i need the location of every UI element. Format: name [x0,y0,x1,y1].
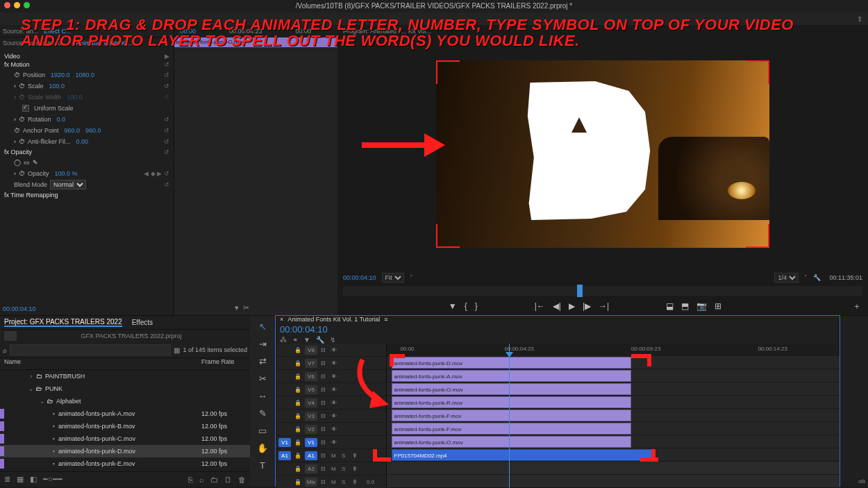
rectangle-tool[interactable]: ▭ [258,426,267,436]
program-timecode[interactable]: 00:00:04:10 [343,274,376,281]
find-button[interactable]: ⌕ [199,476,204,484]
timeline-clip[interactable]: animated-fonts-punk-D.mov [392,357,632,369]
search-input[interactable] [10,344,171,355]
razor-tool[interactable]: ✂ [259,373,267,384]
track-row[interactable]: animated-fonts-punk-O.mov [387,382,840,396]
timeline-clip[interactable]: animated-fonts-punk-F.mov [392,423,632,435]
reset-icon[interactable]: ↺ [164,138,169,145]
clip-row[interactable]: ▪animated-fonts-punk-B.mov12.00 fps [0,420,250,432]
reset-icon[interactable]: ↺ [164,181,169,188]
video-track-header[interactable]: 🔒V2⊟👁 [276,423,386,436]
min-dot-icon[interactable] [14,2,20,8]
resolution-select[interactable]: 1/4 [774,273,799,283]
keyf-icon[interactable]: ▶ [165,53,169,60]
freeform-view-button[interactable]: ◧ [30,475,37,484]
pos-x[interactable]: 1920.0 [51,71,70,78]
flicker-val[interactable]: 0.00 [76,138,89,145]
stopwatch-icon[interactable]: ⏱ [19,116,25,123]
close-dot-icon[interactable] [4,2,10,8]
step-fwd-button[interactable]: |▶ [583,301,591,311]
clip-row[interactable]: ▪animated-fonts-punk-D.mov12.00 fps [0,445,250,457]
timeline-clip[interactable]: animated-fonts-punk-O.mov [392,436,632,448]
clip-row[interactable]: ▪animated-fonts-punk-C.mov12.00 fps [0,432,250,445]
track-row[interactable]: animated-fonts-punk-O.mov [387,435,840,448]
stopwatch-icon[interactable]: ⏱ [19,170,25,177]
bin-row[interactable]: ⌄🗁PUNK [0,382,250,395]
filter-bins-icon[interactable]: ▦ [174,346,180,354]
time-ruler[interactable]: 00:00 00:00:04:23 00:00:09:23 00:00:14:2… [387,344,840,356]
audio-track-header[interactable]: 🔒A2⊟MS🎙 [276,462,386,476]
hand-tool[interactable]: ✋ [257,443,268,453]
search-icon[interactable]: ⌕ [3,346,7,354]
clip-row[interactable]: ▪animated-fonts-punk-A.mov12.00 fps [0,407,250,420]
zoom-slider[interactable]: ━○━━ [43,475,62,484]
lift-button[interactable]: ⬓ [666,301,674,311]
goto-in-button[interactable]: |← [535,301,545,311]
share-icon[interactable]: ⇪ [857,15,862,23]
add-marker-button[interactable]: ▼ [449,301,457,311]
scale-val[interactable]: 100.0 [49,83,65,90]
linked-sel-button[interactable]: ⚭ [292,336,298,344]
reset-icon[interactable]: ↺ [164,61,169,68]
reset-icon[interactable]: ↺ [164,83,169,90]
new-bin-button[interactable]: 🗀 [210,476,218,484]
track-select-tool[interactable]: ⇥ [259,339,267,349]
program-video[interactable] [436,60,769,248]
ec-timecode[interactable]: 00:00:04:10 [3,305,36,312]
fx-opacity[interactable]: fx Opacity [4,149,32,155]
track-row[interactable] [387,462,840,475]
export-frame-button[interactable]: 📷 [696,301,707,311]
stopwatch-icon[interactable]: ⏱ [14,71,20,78]
pin-icon[interactable]: ✂ [243,303,249,312]
play-button[interactable]: ▶ [569,301,575,311]
pen-tool[interactable]: ✎ [259,408,267,419]
zoom-fit-select[interactable]: Fit [382,273,404,283]
auto-seq-button[interactable]: ⎘ [188,476,193,484]
track-row[interactable] [387,475,840,488]
track-row[interactable]: animated-fonts-punk-R.mov [387,396,840,409]
max-dot-icon[interactable] [24,2,30,8]
sequence-name[interactable]: Animated Fonts Kit Vol. 1 Tutorial [287,316,380,323]
fx-time-remap[interactable]: fx Time Remapping [4,192,58,199]
type-tool[interactable]: T [260,460,265,471]
anchor-y[interactable]: 960.0 [85,127,101,134]
settings-icon[interactable]: 🔧 [813,274,821,281]
mask-ellipse-icon[interactable]: ◯ [14,159,21,166]
track-row[interactable]: FP015704MD02.mp4 [387,448,840,462]
track-row[interactable]: animated-fonts-punk-D.mov [387,356,840,369]
marker-button[interactable]: ▼ [303,336,310,344]
wrench-button[interactable]: ↯ [330,336,335,344]
program-scrubber[interactable] [343,286,862,296]
snap-button[interactable]: ⁂ [280,336,287,344]
window-controls[interactable] [4,2,30,8]
stopwatch-icon[interactable]: ⏱ [19,138,25,145]
track-row[interactable]: animated-fonts-punk-F.mov [387,409,840,422]
goto-out-button[interactable]: →| [599,301,609,311]
step-back-button[interactable]: ◀| [553,301,561,311]
mark-in-button[interactable]: { [465,301,467,311]
video-track-header[interactable]: 🔒V8⊟👁 [276,344,386,357]
video-track-header[interactable]: V1🔒V1⊟👁 [276,436,386,449]
col-fps[interactable]: Frame Rate [201,358,250,369]
reset-icon[interactable]: ↺ [164,116,169,123]
new-item-button[interactable]: 🗋 [224,476,232,484]
ripple-edit-tool[interactable]: ⇄ [259,356,267,367]
reset-icon[interactable]: ↺ [164,149,169,155]
playhead-icon[interactable] [577,285,583,297]
playhead[interactable] [509,344,510,488]
mark-out-button[interactable]: } [475,301,478,311]
mask-rect-icon[interactable]: ▭ [24,159,30,166]
timeline-clip[interactable]: FP015704MD02.mp4 [392,449,654,461]
timeline-clip[interactable]: animated-fonts-punk-F.mov [392,410,632,421]
tab-effects[interactable]: Effects [132,319,153,326]
anchor-x[interactable]: 960.0 [65,127,81,134]
track-row[interactable]: animated-fonts-punk-F.mov [387,422,840,435]
filter-icon[interactable]: ▾ [235,303,239,312]
track-row[interactable]: animated-fonts-punk-A.mov [387,369,840,382]
stopwatch-icon[interactable]: ⏱ [14,127,20,134]
bin-row[interactable]: ›🗀PAINTBRUSH [0,370,250,382]
settings-button[interactable]: 🔧 [316,336,324,344]
reset-icon[interactable]: ↺ [164,127,169,134]
extract-button[interactable]: ⬒ [681,301,689,311]
timeline-clip[interactable]: animated-fonts-punk-R.mov [392,396,632,408]
